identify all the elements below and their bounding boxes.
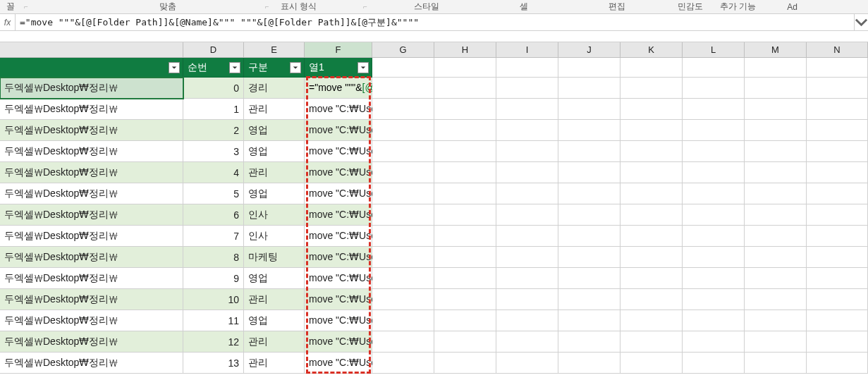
cell-formula[interactable]: move "C:₩Users₩info₩OneDrive - 오빠두엑셀₩Des… — [305, 247, 372, 268]
cell[interactable] — [807, 226, 868, 247]
cell[interactable] — [434, 226, 496, 247]
cell-category[interactable]: 영업 — [244, 268, 305, 289]
cell[interactable] — [372, 183, 434, 204]
cell[interactable] — [807, 268, 868, 289]
cell-seq[interactable]: 11 — [183, 310, 244, 331]
cell[interactable] — [745, 289, 807, 310]
cell[interactable] — [558, 162, 621, 183]
cell-seq[interactable]: 6 — [183, 204, 244, 226]
cell[interactable] — [683, 120, 745, 141]
cell-category[interactable]: 관리 — [244, 99, 305, 120]
cell[interactable] — [558, 183, 621, 204]
filter-dropdown-button[interactable] — [169, 62, 180, 73]
cell[interactable] — [434, 204, 496, 226]
cell[interactable] — [621, 120, 683, 141]
cell[interactable] — [807, 99, 868, 120]
cell[interactable] — [372, 353, 434, 374]
cell[interactable] — [558, 204, 621, 226]
cell[interactable] — [558, 268, 621, 289]
cell[interactable] — [434, 78, 496, 99]
table-header-blank[interactable] — [0, 58, 183, 78]
cell[interactable] — [683, 183, 745, 204]
cell[interactable] — [621, 226, 683, 247]
cell[interactable] — [496, 78, 558, 99]
cell-formula[interactable]: move "C:₩Users₩info₩OneDrive - 오빠두엑셀₩Des… — [305, 99, 372, 120]
cell[interactable] — [745, 226, 807, 247]
cell[interactable] — [745, 99, 807, 120]
cell[interactable] — [372, 247, 434, 268]
cell-seq[interactable]: 0 — [183, 78, 244, 99]
cell[interactable] — [434, 120, 496, 141]
cell[interactable] — [621, 162, 683, 183]
cell-folder[interactable]: 두엑셀₩Desktop₩정리₩ — [0, 289, 183, 310]
cell[interactable] — [496, 331, 558, 353]
cell-folder[interactable]: 두엑셀₩Desktop₩정리₩ — [0, 353, 183, 374]
cell-folder[interactable]: 두엑셀₩Desktop₩정리₩ — [0, 331, 183, 353]
cell-seq[interactable]: 13 — [183, 353, 244, 374]
cell-formula[interactable]: move "C:₩Users₩info₩OneDrive - 오빠두엑셀₩Des… — [305, 141, 372, 162]
cell-folder[interactable]: 두엑셀₩Desktop₩정리₩ — [0, 247, 183, 268]
cell[interactable] — [558, 331, 621, 353]
cell[interactable] — [434, 353, 496, 374]
cell[interactable] — [558, 247, 621, 268]
cell[interactable] — [621, 331, 683, 353]
column-header[interactable] — [0, 42, 183, 57]
cell[interactable] — [683, 226, 745, 247]
cell[interactable] — [496, 58, 558, 78]
column-header[interactable]: D — [183, 42, 244, 57]
cell[interactable] — [807, 78, 868, 99]
cell[interactable] — [372, 162, 434, 183]
cell[interactable] — [683, 99, 745, 120]
cell[interactable] — [372, 331, 434, 353]
cell-category[interactable]: 마케팅 — [244, 247, 305, 268]
cell-formula[interactable]: move "C:₩Users₩info₩OneDrive - 오빠두엑셀₩Des… — [305, 226, 372, 247]
cell-category[interactable]: 관리 — [244, 289, 305, 310]
formula-input[interactable]: ="move """&[@[Folder Path]]&[@Name]&""" … — [16, 14, 854, 30]
cell-folder[interactable]: 두엑셀₩Desktop₩정리₩ — [0, 268, 183, 289]
column-header[interactable]: F — [305, 42, 372, 57]
cell[interactable] — [621, 353, 683, 374]
cell-category[interactable]: 관리 — [244, 353, 305, 374]
cell[interactable] — [807, 204, 868, 226]
cell[interactable] — [372, 141, 434, 162]
column-header[interactable]: M — [745, 42, 807, 57]
cell[interactable] — [372, 99, 434, 120]
cell-folder[interactable]: 두엑셀₩Desktop₩정리₩ — [0, 141, 183, 162]
cell[interactable] — [372, 120, 434, 141]
cell[interactable] — [807, 58, 868, 78]
cell[interactable] — [496, 204, 558, 226]
cell-formula[interactable]: ="move """&[@[Folder Path]]&[@Name]&""" … — [305, 78, 372, 99]
cell[interactable] — [621, 99, 683, 120]
cell[interactable] — [372, 289, 434, 310]
cell-category[interactable]: 관리 — [244, 162, 305, 183]
cell-category[interactable]: 관리 — [244, 331, 305, 353]
cell[interactable] — [745, 141, 807, 162]
column-header[interactable]: N — [807, 42, 868, 57]
cell[interactable] — [434, 58, 496, 78]
cell[interactable] — [745, 247, 807, 268]
insert-function-button[interactable]: fx — [0, 14, 16, 30]
cell-seq[interactable]: 2 — [183, 120, 244, 141]
cell-category[interactable]: 영업 — [244, 183, 305, 204]
cell[interactable] — [621, 58, 683, 78]
cell[interactable] — [683, 289, 745, 310]
cell[interactable] — [807, 310, 868, 331]
cell[interactable] — [745, 353, 807, 374]
cell-formula[interactable]: move "C:₩Users₩info₩OneDrive - 오빠두엑셀₩Des… — [305, 310, 372, 331]
cell[interactable] — [496, 353, 558, 374]
column-header[interactable]: G — [372, 42, 434, 57]
cell-formula[interactable]: move "C:₩Users₩info₩OneDrive - 오빠두엑셀₩Des… — [305, 268, 372, 289]
cell-formula[interactable]: move "C:₩Users₩info₩OneDrive - 오빠두엑셀₩Des… — [305, 120, 372, 141]
cell-seq[interactable]: 5 — [183, 183, 244, 204]
column-header[interactable]: I — [496, 42, 558, 57]
cell[interactable] — [558, 353, 621, 374]
cell[interactable] — [621, 268, 683, 289]
filter-dropdown-button[interactable] — [290, 62, 301, 73]
cell[interactable] — [745, 78, 807, 99]
column-header[interactable]: K — [621, 42, 683, 57]
cell[interactable] — [807, 120, 868, 141]
cell[interactable] — [807, 331, 868, 353]
cell-folder[interactable]: 두엑셀₩Desktop₩정리₩ — [0, 204, 183, 226]
cell[interactable] — [807, 289, 868, 310]
column-header[interactable]: J — [558, 42, 621, 57]
